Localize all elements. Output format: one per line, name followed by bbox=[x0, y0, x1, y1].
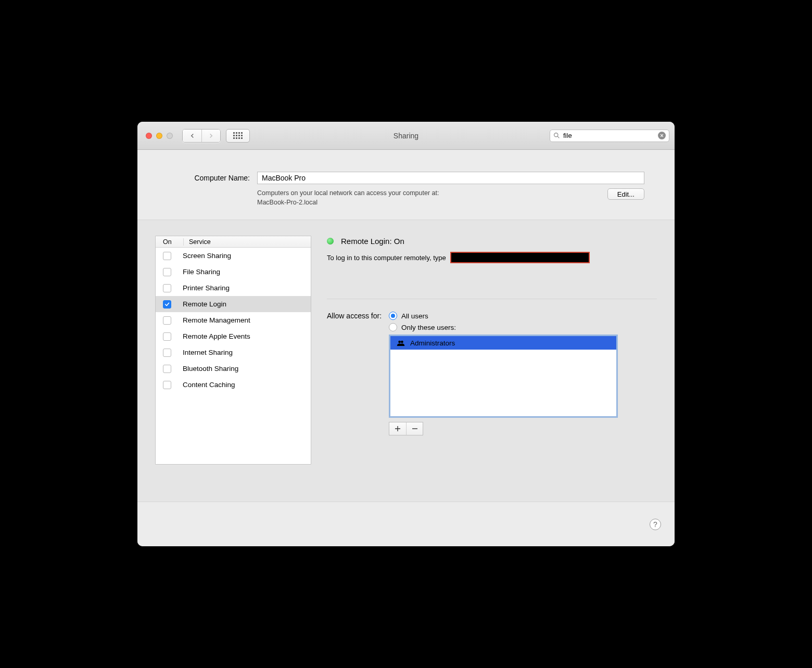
ssh-command-redacted bbox=[450, 252, 590, 263]
add-remove-controls bbox=[389, 422, 423, 435]
users-listbox[interactable]: Administrators bbox=[389, 335, 618, 418]
user-row[interactable]: Administrators bbox=[390, 336, 616, 350]
service-row[interactable]: Remote Apple Events bbox=[156, 328, 311, 344]
grid-icon bbox=[233, 132, 243, 139]
service-checkbox[interactable] bbox=[163, 349, 171, 357]
window-controls bbox=[143, 133, 182, 139]
login-instruction: To log in to this computer remotely, typ… bbox=[327, 254, 446, 262]
divider bbox=[327, 299, 657, 299]
titlebar: Sharing bbox=[137, 122, 675, 150]
user-name: Administrators bbox=[410, 339, 455, 347]
option-only-users-label: Only these users: bbox=[401, 324, 456, 331]
checkmark-icon bbox=[164, 302, 170, 307]
service-label: Bluetooth Sharing bbox=[183, 365, 238, 372]
status-title: Remote Login: On bbox=[341, 237, 404, 246]
footer: ? bbox=[137, 502, 675, 546]
svg-point-0 bbox=[554, 133, 558, 137]
service-label: Internet Sharing bbox=[183, 349, 233, 356]
computer-name-input[interactable] bbox=[257, 172, 644, 184]
clear-search-button[interactable] bbox=[658, 132, 666, 139]
service-checkbox[interactable] bbox=[163, 252, 171, 260]
service-row[interactable]: Remote Login bbox=[156, 296, 311, 312]
services-table: On Service Screen SharingFile SharingPri… bbox=[155, 236, 311, 465]
status-indicator-icon bbox=[327, 238, 334, 245]
forward-button[interactable] bbox=[201, 130, 220, 142]
service-row[interactable]: Printer Sharing bbox=[156, 280, 311, 296]
help-button[interactable]: ? bbox=[650, 519, 661, 530]
service-checkbox[interactable] bbox=[163, 284, 171, 292]
content: Computer Name: Computers on your local n… bbox=[137, 150, 675, 546]
column-on: On bbox=[156, 238, 184, 246]
option-all-users[interactable]: All users bbox=[389, 312, 618, 320]
option-only-these-users[interactable]: Only these users: bbox=[389, 323, 618, 331]
radio-only-these-users[interactable] bbox=[389, 323, 397, 331]
service-row[interactable]: File Sharing bbox=[156, 264, 311, 280]
service-label: Screen Sharing bbox=[183, 252, 231, 260]
service-label: File Sharing bbox=[183, 268, 220, 276]
service-row[interactable]: Internet Sharing bbox=[156, 344, 311, 361]
chevron-right-icon bbox=[209, 133, 213, 138]
service-checkbox[interactable] bbox=[163, 332, 171, 341]
zoom-window-button[interactable] bbox=[167, 133, 173, 139]
close-window-button[interactable] bbox=[146, 133, 152, 139]
back-button[interactable] bbox=[183, 130, 201, 142]
edit-hostname-button[interactable]: Edit... bbox=[607, 188, 644, 200]
column-service: Service bbox=[184, 238, 211, 246]
services-header: On Service bbox=[156, 236, 311, 248]
service-detail: Remote Login: On To log in to this compu… bbox=[327, 236, 657, 435]
service-label: Printer Sharing bbox=[183, 284, 230, 292]
service-checkbox[interactable] bbox=[163, 365, 171, 373]
service-row[interactable]: Content Caching bbox=[156, 377, 311, 393]
service-row[interactable]: Remote Management bbox=[156, 312, 311, 328]
service-checkbox[interactable] bbox=[163, 268, 171, 276]
computer-name-section: Computer Name: Computers on your local n… bbox=[137, 150, 675, 220]
users-icon bbox=[397, 340, 405, 346]
main-area: On Service Screen SharingFile SharingPri… bbox=[137, 220, 675, 502]
minus-icon bbox=[412, 426, 418, 432]
chevron-left-icon bbox=[190, 133, 195, 138]
service-label: Content Caching bbox=[183, 381, 235, 389]
remove-user-button[interactable] bbox=[406, 422, 423, 435]
service-checkbox[interactable] bbox=[163, 300, 171, 309]
allow-access-label: Allow access for: bbox=[327, 312, 382, 435]
plus-icon bbox=[395, 426, 401, 432]
svg-line-1 bbox=[557, 136, 559, 138]
service-label: Remote Login bbox=[183, 300, 226, 308]
computer-name-label: Computer Name: bbox=[168, 174, 250, 182]
service-row[interactable]: Screen Sharing bbox=[156, 248, 311, 264]
computer-name-description: Computers on your local network can acce… bbox=[257, 188, 598, 207]
preferences-window: Sharing Computer Name: Computers o bbox=[137, 122, 675, 546]
nav-back-forward bbox=[182, 129, 221, 143]
search-icon bbox=[553, 132, 560, 139]
service-checkbox[interactable] bbox=[163, 316, 171, 325]
svg-point-2 bbox=[398, 340, 401, 343]
service-checkbox[interactable] bbox=[163, 381, 171, 389]
radio-all-users[interactable] bbox=[389, 312, 397, 320]
option-all-users-label: All users bbox=[401, 312, 428, 320]
minimize-window-button[interactable] bbox=[156, 133, 162, 139]
add-user-button[interactable] bbox=[389, 422, 406, 435]
close-icon bbox=[660, 134, 664, 137]
search-field[interactable] bbox=[550, 130, 669, 142]
show-all-button[interactable] bbox=[226, 129, 250, 143]
search-input[interactable] bbox=[560, 132, 658, 139]
svg-point-3 bbox=[401, 340, 403, 343]
service-label: Remote Management bbox=[183, 316, 250, 324]
access-section: Allow access for: All users Only these u… bbox=[327, 312, 657, 435]
service-row[interactable]: Bluetooth Sharing bbox=[156, 361, 311, 377]
service-label: Remote Apple Events bbox=[183, 332, 250, 340]
